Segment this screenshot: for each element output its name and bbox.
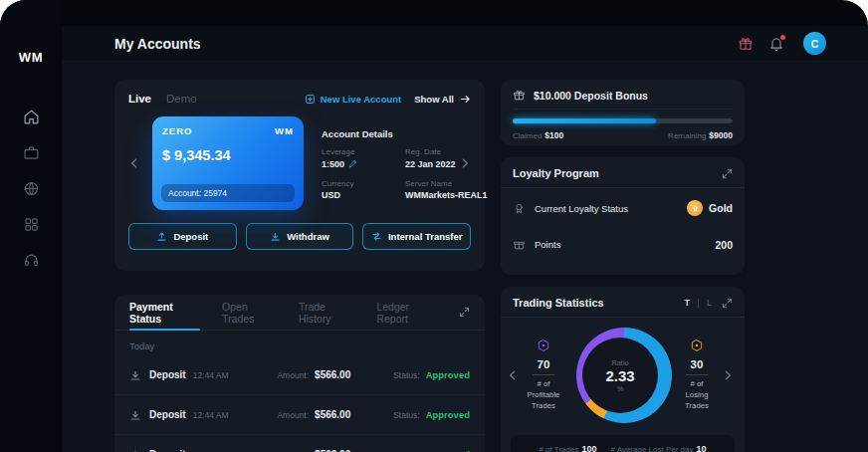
loyalty-panel: Loyalty Program Current Loyalty Status G… [501,157,745,275]
deposit-icon [156,231,167,242]
account-details-title: Account Details [322,128,457,139]
card-wm-logo: WM [275,125,294,136]
header-actions: C [738,32,826,55]
divider [698,299,699,308]
hexagon-purple-icon [537,339,550,352]
losing-trades-stat: 30 # of Losing Trades [672,339,722,412]
toggle-lots[interactable]: L [707,298,712,308]
accounts-header: Live Demo New Live Account Show All [128,93,471,105]
tab-payment-status[interactable]: Payment Status [129,295,200,330]
deposit-row-icon [129,369,141,381]
briefcase-icon [23,144,40,161]
notifications-button[interactable] [768,36,784,52]
sidebar-item-apps[interactable] [23,216,40,233]
loyalty-points-value: 200 [715,239,733,251]
app-logo: WM [19,50,43,65]
home-icon [23,109,40,125]
divider [686,374,708,375]
deposit-button[interactable]: Deposit [128,223,237,250]
tab-open-trades[interactable]: Open Trades [222,295,277,330]
deposit-progress-bar[interactable] [513,118,733,123]
new-account-icon [305,94,316,105]
expand-loyalty-icon[interactable] [722,168,733,179]
detail-currency: Currency USD [322,179,399,201]
deposit-row-icon [129,409,141,421]
trading-donut-area: 70 # of Profitable Trades Ratio 2.33 % [501,318,745,429]
payment-row[interactable]: Deposit 12:44 AM Amount: $566.00 Status:… [114,395,485,435]
carousel-prev-button[interactable] [128,157,140,169]
accounts-actions: New Live Account Show All [305,94,471,105]
promotions-button[interactable] [738,36,754,52]
sidebar-nav [23,109,40,269]
payments-panel: Payment Status Open Trades Trade History… [114,295,485,452]
divider [533,374,554,375]
apps-grid-icon [23,216,40,233]
payments-group-label: Today [114,331,485,355]
chevron-right-icon [459,157,471,169]
profitable-trades-stat: 70 # of Profitable Trades [519,339,568,412]
hexagon-gold-icon [690,339,704,352]
new-live-account-link[interactable]: New Live Account [305,94,401,105]
notification-badge [780,35,785,40]
account-card[interactable]: ZERO WM $ 9,345.34 Account: 25974 [152,116,304,210]
account-card-top: ZERO WM [162,125,294,136]
trading-title: Trading Statistics [513,297,684,309]
withdraw-button[interactable]: Withdraw [246,223,354,250]
card-brand: ZERO [162,125,192,136]
deposit-bonus-panel: $10.000 Deposit Bonus Claimed$100 Remain… [501,80,745,145]
points-gift-icon [513,238,526,251]
headset-icon [23,252,40,269]
page-title: My Accounts [114,36,738,52]
loyalty-status-row: Current Loyalty Status Gold [501,188,745,226]
payment-row[interactable]: Deposit 12:44 AM Amount: $566.00 Status:… [114,435,485,452]
deposit-progress-fill [513,118,656,123]
expand-trading-icon[interactable] [722,298,733,309]
deposit-row-icon [129,449,141,452]
gold-badge-icon [687,200,703,216]
payment-row[interactable]: Deposit 12:44 AM Amount: $566.00 Status:… [114,355,485,395]
sidebar-item-markets[interactable] [23,180,40,197]
transfer-icon [371,231,382,242]
account-details: Account Details Leverage 1:500 Reg. Date… [316,126,459,200]
loyalty-title: Loyalty Program [513,167,722,179]
account-buttons: Deposit Withdraw Internal Transfer [128,223,471,250]
avatar[interactable]: C [803,32,826,55]
withdraw-icon [270,231,281,242]
status-badge: Approved [426,409,470,420]
show-all-link[interactable]: Show All [414,94,471,105]
trading-statistics-panel: Trading Statistics T L 70 # of Profitabl… [501,287,745,452]
app-window: WM My Accounts [0,0,868,452]
internal-transfer-button[interactable]: Internal Transfer [362,223,471,250]
deposit-bonus-title: $10.000 Deposit Bonus [534,90,648,102]
arrow-right-icon [460,94,471,105]
tab-ledger-report[interactable]: Ledger Report [376,295,437,330]
loyalty-status-value: Gold [709,202,733,214]
card-account-number: Account: 25974 [161,184,295,202]
status-badge: Approved [426,369,470,380]
remaining-label: Remaining$9000 [668,130,733,140]
avatar-initial: C [811,38,819,50]
loyalty-points-row: Points 200 [501,226,745,261]
stats-next-button[interactable] [722,369,734,381]
account-carousel: ZERO WM $ 9,345.34 Account: 25974 Accoun… [128,116,471,210]
sidebar-item-accounts[interactable] [23,144,40,161]
detail-leverage: Leverage 1:500 [322,147,399,169]
toggle-trades[interactable]: T [684,298,690,308]
carousel-next-button[interactable] [459,157,471,169]
tab-demo[interactable]: Demo [166,93,197,105]
tab-live[interactable]: Live [128,93,151,105]
trading-footer-stats: # of Trades100 # Average Lost Per day10 [511,435,735,452]
new-live-account-label: New Live Account [321,94,401,105]
sidebar-item-home[interactable] [23,109,40,125]
edit-leverage-icon[interactable] [348,159,357,168]
sidebar-item-support[interactable] [23,252,40,269]
globe-icon [23,180,40,197]
payments-tabs: Payment Status Open Trades Trade History… [114,295,485,331]
tab-trade-history[interactable]: Trade History [299,295,355,330]
medal-icon [513,202,526,215]
accounts-panel: Live Demo New Live Account Show All [114,80,485,271]
show-all-label: Show All [414,94,454,105]
stats-prev-button[interactable] [507,369,519,381]
expand-payments-icon[interactable] [459,307,470,318]
detail-reg-date: Reg. Date 22 Jan 2022 [405,147,488,169]
